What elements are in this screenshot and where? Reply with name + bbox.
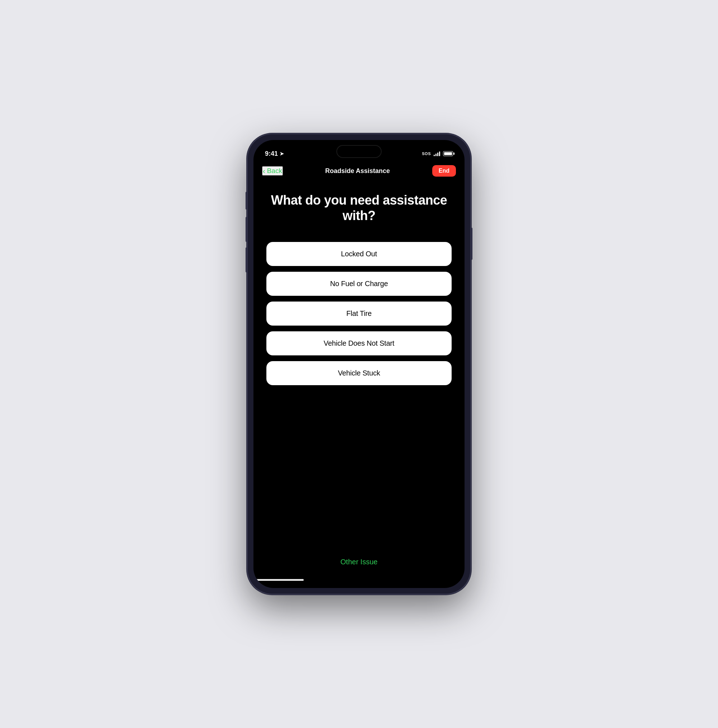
signal-icon (434, 151, 440, 156)
option-flat-tire-label: Flat Tire (346, 309, 372, 317)
option-no-start-label: Vehicle Does Not Start (324, 339, 395, 347)
dynamic-island (336, 145, 382, 158)
option-no-start[interactable]: Vehicle Does Not Start (266, 331, 452, 355)
battery-fill (444, 152, 452, 155)
time-display: 9:41 (265, 150, 278, 158)
options-list: Locked Out No Fuel or Charge Flat Tire V… (266, 242, 452, 385)
main-question: What do you need assistance with? (266, 193, 452, 223)
main-content: What do you need assistance with? Locked… (253, 182, 465, 579)
option-no-fuel-label: No Fuel or Charge (330, 280, 388, 288)
option-stuck[interactable]: Vehicle Stuck (266, 361, 452, 385)
back-button[interactable]: ‹ Back (262, 166, 283, 176)
option-no-fuel[interactable]: No Fuel or Charge (266, 272, 452, 296)
other-issue-button[interactable]: Other Issue (340, 558, 377, 566)
option-flat-tire[interactable]: Flat Tire (266, 301, 452, 326)
volume-up-button[interactable] (246, 217, 247, 242)
nav-title: Roadside Assistance (325, 167, 390, 175)
status-time: 9:41 ➤ (265, 150, 284, 158)
option-locked-out[interactable]: Locked Out (266, 242, 452, 266)
option-stuck-label: Vehicle Stuck (338, 369, 380, 377)
back-chevron-icon: ‹ (263, 167, 265, 174)
battery-icon (443, 151, 453, 156)
nav-bar: ‹ Back Roadside Assistance End (253, 162, 465, 182)
back-label: Back (267, 167, 282, 175)
phone-frame: 9:41 ➤ SOS ‹ Ba (248, 134, 470, 594)
home-indicator (253, 579, 304, 581)
power-button[interactable] (471, 228, 472, 260)
location-arrow-icon: ➤ (280, 151, 284, 156)
phone-screen: 9:41 ➤ SOS ‹ Ba (253, 140, 465, 588)
volume-down-button[interactable] (246, 247, 247, 272)
end-button[interactable]: End (432, 165, 456, 177)
sos-label: SOS (422, 151, 431, 156)
status-right-group: SOS (422, 151, 453, 156)
option-locked-out-label: Locked Out (341, 250, 377, 258)
